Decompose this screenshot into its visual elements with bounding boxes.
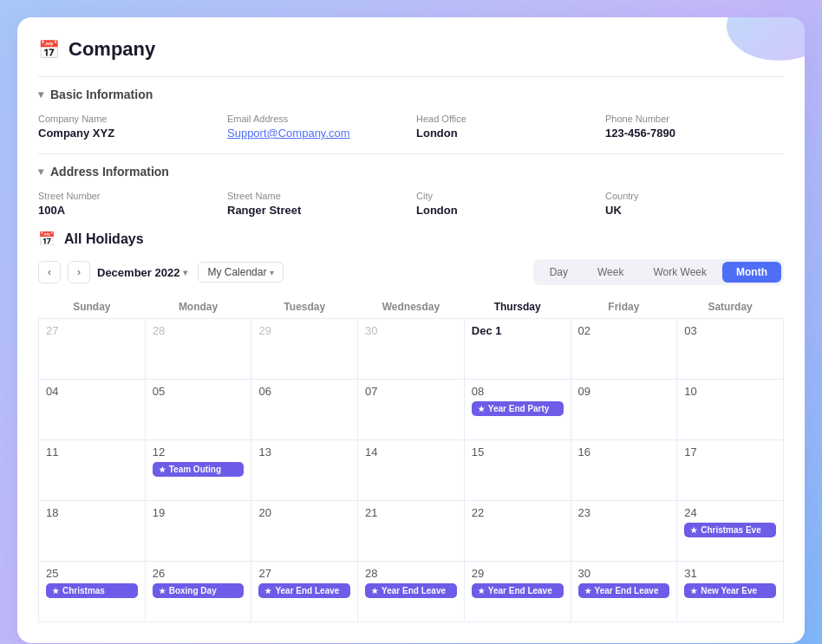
day-header-thursday: Thursday xyxy=(464,296,571,319)
month-dropdown-arrow: ▾ xyxy=(183,268,187,277)
calendar-day[interactable]: 31★New Year Eve xyxy=(677,562,784,622)
date-number: 13 xyxy=(258,446,350,459)
calendar-day[interactable]: 29★Year End Leave xyxy=(464,562,571,622)
calendar-day[interactable]: 10 xyxy=(677,380,784,440)
date-number: 16 xyxy=(578,446,670,459)
event-star-icon: ★ xyxy=(264,587,271,595)
calendar-week-5: 25★Christmas26★Boxing Day27★Year End Lea… xyxy=(39,562,784,622)
calendar-day[interactable]: 30 xyxy=(358,319,465,380)
date-number: 28 xyxy=(365,567,457,580)
calendar-day[interactable]: 13 xyxy=(251,440,358,501)
calendar-day[interactable]: 14 xyxy=(358,440,465,501)
day-header-saturday: Saturday xyxy=(677,296,784,319)
date-number: 10 xyxy=(684,385,776,398)
event-label: Boxing Day xyxy=(169,586,217,595)
calendar-week-2: 0405060708★Year End Party0910 xyxy=(39,380,784,440)
calendar-day[interactable]: 02 xyxy=(571,319,677,380)
address-field: CountryUK xyxy=(605,191,784,217)
event-pill[interactable]: ★Year End Leave xyxy=(365,583,457,598)
view-tab-week[interactable]: Week xyxy=(584,262,637,283)
calendar-day[interactable]: 07 xyxy=(358,380,465,440)
calendar-week-1: 27282930Dec 10203 xyxy=(39,319,784,380)
date-number: 08 xyxy=(472,385,564,398)
event-pill[interactable]: ★Year End Party xyxy=(472,401,564,416)
event-pill[interactable]: ★Christmas Eve xyxy=(684,523,776,537)
event-label: Year End Party xyxy=(488,404,550,413)
calendar-day[interactable]: 17 xyxy=(677,440,784,501)
chevron-address: ▾ xyxy=(38,166,43,178)
event-pill[interactable]: ★Year End Leave xyxy=(258,583,350,598)
field-value: 100A xyxy=(38,204,217,217)
field-value: 123-456-7890 xyxy=(605,127,784,140)
calendar-day[interactable]: 27★Year End Leave xyxy=(251,562,358,622)
address-field: Street NameRanger Street xyxy=(227,191,406,217)
event-pill[interactable]: ★New Year Eve xyxy=(684,583,776,598)
page-title: 📅 Company xyxy=(38,38,784,61)
date-number: 14 xyxy=(365,446,457,459)
calendar-day[interactable]: 28★Year End Leave xyxy=(358,562,465,622)
date-number: 30 xyxy=(578,567,670,580)
basic-info-section[interactable]: ▾ Basic Information xyxy=(38,88,784,101)
field-value: Company XYZ xyxy=(38,127,217,140)
basic-field: Head OfficeLondon xyxy=(416,114,595,140)
calendar-day[interactable]: 06 xyxy=(251,380,358,440)
date-number: 06 xyxy=(258,385,350,398)
field-value: Ranger Street xyxy=(227,204,406,217)
calendar-day[interactable]: 26★Boxing Day xyxy=(145,562,251,622)
calendar-day[interactable]: 30★Year End Leave xyxy=(571,562,677,622)
date-number: 19 xyxy=(153,506,245,519)
calendar-day[interactable]: 20 xyxy=(251,501,358,562)
calendar-day[interactable]: 03 xyxy=(677,319,784,380)
calendar-day[interactable]: 18 xyxy=(39,501,146,562)
basic-field: Email AddressSupport@Company.com xyxy=(227,114,406,140)
date-number: 22 xyxy=(472,506,564,519)
calendar-day[interactable]: 19 xyxy=(145,501,251,562)
calendar-day[interactable]: 16 xyxy=(571,440,677,501)
calendar-day[interactable]: 28 xyxy=(145,319,251,380)
prev-month-button[interactable]: ‹ xyxy=(38,261,61,283)
event-pill[interactable]: ★Team Outing xyxy=(153,462,245,477)
field-value[interactable]: Support@Company.com xyxy=(227,127,406,140)
event-label: Christmas Eve xyxy=(701,525,760,535)
calendar-day[interactable]: 27 xyxy=(39,319,146,380)
event-star-icon: ★ xyxy=(371,587,378,595)
field-value: London xyxy=(416,127,595,140)
view-tab-month[interactable]: Month xyxy=(722,262,781,283)
calendar-day[interactable]: 09 xyxy=(571,380,677,440)
calendar-day[interactable]: 11 xyxy=(39,440,146,501)
field-label: Head Office xyxy=(416,114,595,124)
basic-field: Company NameCompany XYZ xyxy=(38,114,217,140)
event-label: Year End Leave xyxy=(275,586,339,595)
address-field: CityLondon xyxy=(416,191,595,217)
calendar-day[interactable]: 05 xyxy=(145,380,251,440)
calendar-day[interactable]: 22 xyxy=(464,501,571,562)
day-header-wednesday: Wednesday xyxy=(358,296,465,319)
calendar-day[interactable]: 29 xyxy=(251,319,358,380)
view-tab-day[interactable]: Day xyxy=(536,262,582,283)
calendar-day[interactable]: 15 xyxy=(464,440,571,501)
date-number: 30 xyxy=(365,324,457,337)
address-info-section[interactable]: ▾ Address Information xyxy=(38,165,784,179)
event-pill[interactable]: ★Christmas xyxy=(46,583,138,598)
calendar-day[interactable]: 25★Christmas xyxy=(39,562,146,622)
event-pill[interactable]: ★Year End Leave xyxy=(472,583,564,598)
address-info-grid: Street Number100AStreet NameRanger Stree… xyxy=(38,191,784,217)
event-pill[interactable]: ★Boxing Day xyxy=(153,583,245,598)
calendar-day[interactable]: 12★Team Outing xyxy=(145,440,251,501)
field-label: Street Number xyxy=(38,191,217,201)
calendar-day[interactable]: 24★Christmas Eve xyxy=(677,501,784,562)
next-month-button[interactable]: › xyxy=(68,261,90,283)
calendar-day[interactable]: 08★Year End Party xyxy=(464,380,571,440)
calendar-day[interactable]: 04 xyxy=(39,380,146,440)
calendar-day[interactable]: 23 xyxy=(571,501,677,562)
calendar-day[interactable]: 21 xyxy=(358,501,465,562)
calendar-day[interactable]: Dec 1 xyxy=(464,319,571,380)
event-pill[interactable]: ★Year End Leave xyxy=(578,583,670,598)
field-label: Country xyxy=(605,191,784,201)
calendar-filter-dropdown[interactable]: My Calendar ▾ xyxy=(198,262,284,283)
chevron-basic: ▾ xyxy=(38,88,43,101)
view-tab-work-week[interactable]: Work Week xyxy=(639,262,721,283)
month-selector[interactable]: December 2022 ▾ xyxy=(97,266,187,279)
date-number: Dec 1 xyxy=(472,324,564,337)
date-number: 29 xyxy=(258,324,350,337)
